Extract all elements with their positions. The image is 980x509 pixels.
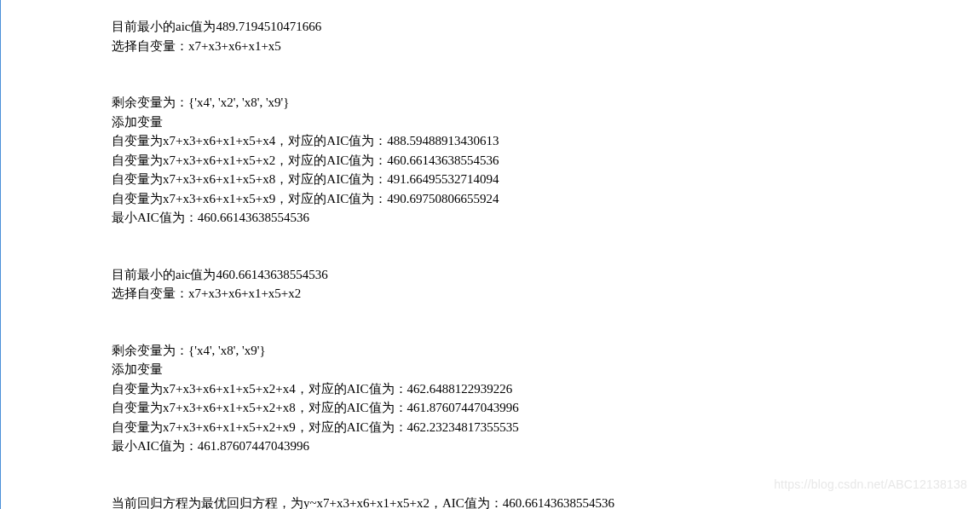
candidate-aic-line: 自变量为x7+x3+x6+x1+x5+x2，对应的AIC值为：460.66143… — [112, 151, 980, 171]
current-min-aic-1: 目前最小的aic值为489.7194510471666 — [112, 17, 980, 37]
add-var-header-2: 添加变量 — [112, 360, 980, 379]
candidate-aic-line: 自变量为x7+x3+x6+x1+x5+x9，对应的AIC值为：490.69750… — [112, 189, 980, 209]
candidate-aic-line: 自变量为x7+x3+x6+x1+x5+x8，对应的AIC值为：491.66495… — [112, 170, 980, 189]
min-aic-summary-1: 最小AIC值为：460.66143638554536 — [112, 208, 980, 228]
add-var-header-1: 添加变量 — [112, 113, 980, 132]
candidate-aic-line: 自变量为x7+x3+x6+x1+x5+x4，对应的AIC值为：488.59488… — [112, 131, 980, 151]
selected-vars-2: 选择自变量：x7+x3+x6+x1+x5+x2 — [112, 284, 980, 304]
remaining-vars-2: 剩余变量为：{'x4', 'x8', 'x9'} — [112, 341, 980, 361]
candidate-aic-line: 自变量为x7+x3+x6+x1+x5+x2+x4，对应的AIC值为：462.64… — [112, 379, 980, 399]
spacer — [112, 304, 980, 341]
selected-vars-1: 选择自变量：x7+x3+x6+x1+x5 — [112, 37, 980, 56]
current-min-aic-2: 目前最小的aic值为460.66143638554536 — [112, 265, 980, 285]
candidate-aic-line: 自变量为x7+x3+x6+x1+x5+x2+x8，对应的AIC值为：461.87… — [112, 398, 980, 418]
optimal-regression-conclusion: 当前回归方程为最优回归方程，为y~x7+x3+x6+x1+x5+x2，AIC值为… — [112, 494, 980, 510]
spacer — [112, 228, 980, 265]
remaining-vars-1: 剩余变量为：{'x4', 'x2', 'x8', 'x9'} — [112, 93, 980, 113]
watermark-text: https://blog.csdn.net/ABC12138138 — [774, 476, 967, 494]
candidate-aic-line: 自变量为x7+x3+x6+x1+x5+x2+x9，对应的AIC值为：462.23… — [112, 418, 980, 437]
spacer — [112, 55, 980, 93]
min-aic-summary-2: 最小AIC值为：461.87607447043996 — [112, 437, 980, 456]
